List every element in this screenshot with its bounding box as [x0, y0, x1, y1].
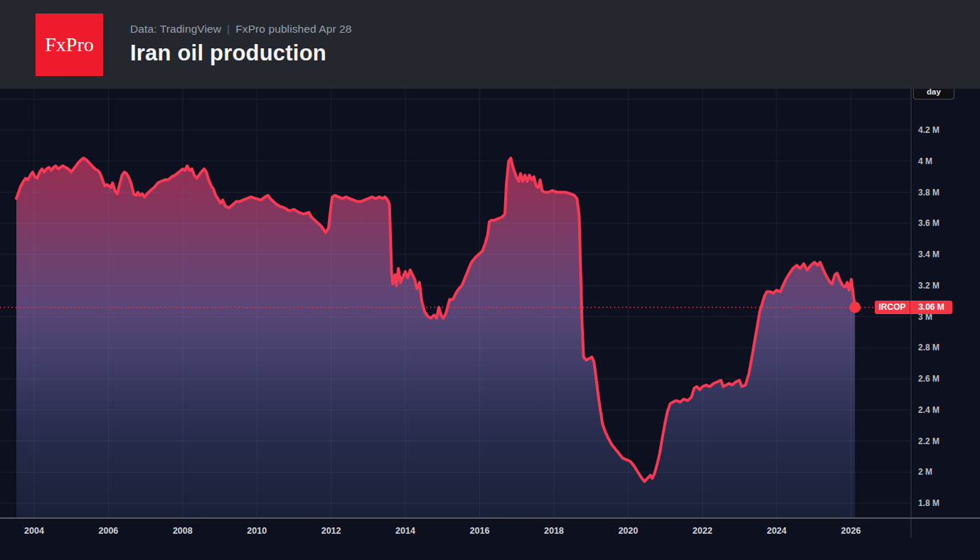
- price-tag: IRCOP 3.06 M: [875, 301, 952, 314]
- data-source-line: Data: TradingView|FxPro published Apr 28: [130, 23, 352, 36]
- source-separator: |: [227, 23, 230, 35]
- chart-pane[interactable]: [0, 89, 910, 518]
- price-tag-symbol: IRCOP: [875, 301, 910, 314]
- data-source-label: Data: TradingView: [130, 23, 221, 35]
- publish-info: FxPro published Apr 28: [235, 23, 351, 35]
- fxpro-chart-page: 4.2 M4 M3.8 M3.6 M3.4 M3.2 M3 M2.8 M2.6 …: [0, 0, 980, 560]
- page-title: Iran oil production: [130, 41, 352, 66]
- header-meta: Data: TradingView|FxPro published Apr 28…: [130, 23, 352, 66]
- header: FxPro Data: TradingView|FxPro published …: [0, 0, 980, 89]
- fxpro-logo-text: FxPro: [45, 33, 93, 56]
- time-scale-axis[interactable]: [0, 519, 980, 544]
- fxpro-logo: FxPro: [36, 14, 103, 76]
- price-tag-value: 3.06 M: [910, 301, 952, 314]
